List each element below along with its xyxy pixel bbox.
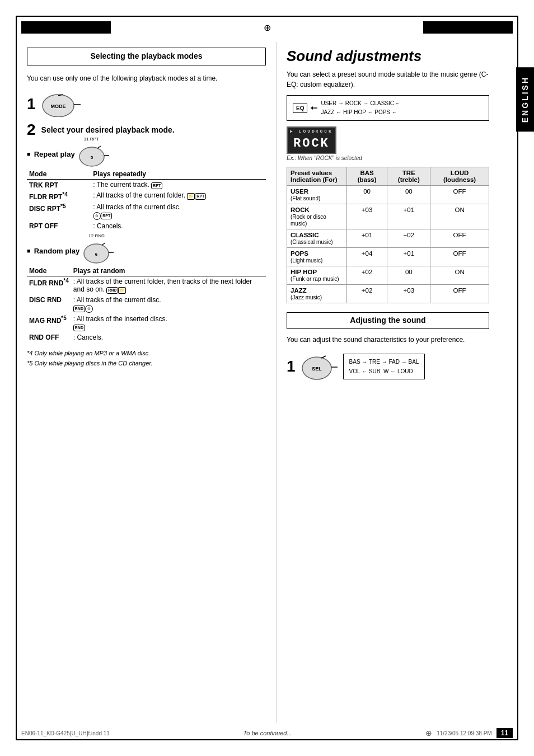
preset-tre: +01 <box>387 248 430 266</box>
step1-row: 1 MODE <box>27 89 266 119</box>
preset-name: JAZZ(Jazz music) <box>287 285 347 303</box>
header-black-right <box>423 21 513 34</box>
preset-tre: −02 <box>387 229 430 248</box>
preset-bas: +01 <box>346 229 387 248</box>
preset-tre: +03 <box>387 285 430 303</box>
preset-name: USER(Flat sound) <box>287 186 347 204</box>
repeat-dial-num: 11 RPT <box>84 137 99 142</box>
svg-text:5: 5 <box>90 155 93 160</box>
random-dial-svg: 6 <box>83 238 114 264</box>
to-be-continued: To be continued... <box>243 730 292 736</box>
preset-header-tre: TRE (treble) <box>387 167 430 186</box>
footer-file: EN06-11_KD-G425[U_UH]f.indd 11 <box>21 730 110 736</box>
header-black-left <box>21 21 111 34</box>
preset-bas: +02 <box>346 285 387 303</box>
sound-adjustments-body: You can select a preset sound mode suita… <box>287 69 489 90</box>
folder-icon2: 📁 <box>118 287 126 294</box>
eq-flow: USER → ROCK → CLASSIC ⌐ JAZZ ← HIP HOP ←… <box>321 99 399 117</box>
repeat-play-header: Repeat play 11 RPT 5 <box>27 141 266 167</box>
preset-bas: 00 <box>346 186 387 204</box>
adj-step1-num: 1 <box>287 358 296 375</box>
step2-label: Select your desired playback mode. <box>41 125 175 134</box>
preset-header-loud: LOUD (loudness) <box>430 167 489 186</box>
preset-tre: +01 <box>387 204 430 229</box>
rnd-badge2: RND <box>73 306 85 312</box>
random-play-label: Random play <box>34 247 80 255</box>
table-row: FLDR RPT*4 : All tracks of the current f… <box>27 190 266 202</box>
table-row: JAZZ(Jazz music) +02 +03 OFF <box>287 285 489 303</box>
right-column: Sound adjustments You can select a prese… <box>276 42 495 722</box>
rnd-off-desc: : Cancels. <box>71 332 266 342</box>
step2-row: 2 Select your desired playback mode. <box>27 122 266 138</box>
preset-loud: OFF <box>430 186 489 204</box>
svg-line-7 <box>97 146 101 148</box>
repeat-play-label: Repeat play <box>34 150 75 158</box>
header-bar: ⊕ <box>21 21 513 34</box>
table-row: MAG RND*5 : All tracks of the inserted d… <box>27 314 266 332</box>
table-row: FLDR RND*4 : All tracks of the current f… <box>27 276 266 295</box>
preset-tre: 00 <box>387 266 430 285</box>
preset-bas: +03 <box>346 204 387 229</box>
crosshair-icon: ⊕ <box>264 22 271 33</box>
folder-icon: 📁 <box>187 193 195 200</box>
disc-icon2: ⊙ <box>85 305 93 313</box>
header-center-symbol: ⊕ <box>111 22 423 33</box>
disc-icon: ⊙ <box>93 212 101 220</box>
eq-flow-top: USER → ROCK → CLASSIC ⌐ <box>321 99 399 108</box>
trk-rpt-desc: : The current track. RPT <box>91 180 266 191</box>
svg-text:MODE: MODE <box>50 104 65 109</box>
rock-display-row: ▶ LOUD ROCK ROCK <box>287 126 489 154</box>
hiphop-label: HIP HOP <box>343 109 366 115</box>
page-border-left <box>16 16 17 740</box>
eq-diagram: EQ USER → ROCK → CLASSIC ⌐ JAZZ ← HIP HO… <box>287 95 489 121</box>
random-play-header: Random play 12 RND 6 <box>27 238 266 264</box>
eq-left-arrow <box>310 104 318 112</box>
sel-flow-bottom: VOL ← SUB. W ← LOUD <box>349 367 419 376</box>
fldr-rpt-desc: : All tracks of the current folder. 📁RPT <box>91 190 266 202</box>
preset-bas: +02 <box>346 266 387 285</box>
eq-flow-bottom: JAZZ ← HIP HOP ← POPS ← <box>321 108 399 117</box>
rpt-off-mode: RPT OFF <box>27 221 91 231</box>
rpt-badge3: RPT <box>101 213 112 219</box>
page-footer: EN06-11_KD-G425[U_UH]f.indd 11 To be con… <box>21 728 513 738</box>
preset-values-table: Preset values Indication (For) BAS (bass… <box>287 167 489 303</box>
display-rock-indicator: ROCK <box>316 129 333 134</box>
random-dial-num: 12 RND <box>88 233 104 238</box>
preset-loud: ON <box>430 266 489 285</box>
sel-dial-svg: SEL <box>301 350 338 381</box>
rock-label: ROCK <box>345 100 362 106</box>
repeat-modes-table: Mode Plays repeatedly TRK RPT : The curr… <box>27 169 266 231</box>
playback-modes-body: You can use only one of the following pl… <box>27 73 266 83</box>
preset-header-bas: BAS (bass) <box>346 167 387 186</box>
mag-rnd-mode: MAG RND*5 <box>27 314 71 332</box>
rock-display: ▶ LOUD ROCK ROCK <box>287 126 336 154</box>
mode-dial-container: MODE <box>41 89 81 119</box>
random-play-section: Random play 12 RND 6 Mode <box>27 238 266 342</box>
table-row: POPS(Light music) +04 +01 OFF <box>287 248 489 266</box>
adj-step1-row: 1 SEL BAS → TRE → FAD → BAL VOL ← SUB. W… <box>287 350 489 383</box>
table-row: USER(Flat sound) 00 00 OFF <box>287 186 489 204</box>
table-row: CLASSIC(Classical music) +01 −02 OFF <box>287 229 489 248</box>
footnote5: *5 Only while playing discs in the CD ch… <box>27 359 266 368</box>
left-column: Selecting the playback modes You can use… <box>21 42 276 722</box>
adjusting-sound-section-box: Adjusting the sound <box>287 312 489 329</box>
disc-rpt-mode: DISC RPT*5 <box>27 202 91 221</box>
footer-date: 11/23/05 12:09:38 PM <box>437 730 491 736</box>
preset-name: HIP HOP(Funk or rap music) <box>287 266 347 285</box>
rnd-badge: RND <box>106 287 118 294</box>
mode-dial-wrapper: MODE <box>41 89 81 119</box>
repeat-dial-container: 11 RPT 5 <box>78 141 109 167</box>
random-table-header-mode: Mode <box>27 266 71 276</box>
rpt-badge: RPT <box>151 182 162 189</box>
random-dial-container: 12 RND 6 <box>83 238 114 264</box>
table-row: DISC RPT*5 : All tracks of the current d… <box>27 202 266 221</box>
preset-loud: OFF <box>430 248 489 266</box>
rpt-off-desc: : Cancels. <box>91 221 266 231</box>
display-loud-label: ▶ LOUD <box>290 129 316 134</box>
trk-rpt-mode: TRK RPT <box>27 180 91 191</box>
repeat-table-header-mode: Mode <box>27 169 91 180</box>
disc-rnd-mode: DISC RND <box>27 295 71 314</box>
pops-label: POPS <box>374 109 390 115</box>
rock-text: ROCK <box>293 137 330 151</box>
table-row: RND OFF : Cancels. <box>27 332 266 342</box>
